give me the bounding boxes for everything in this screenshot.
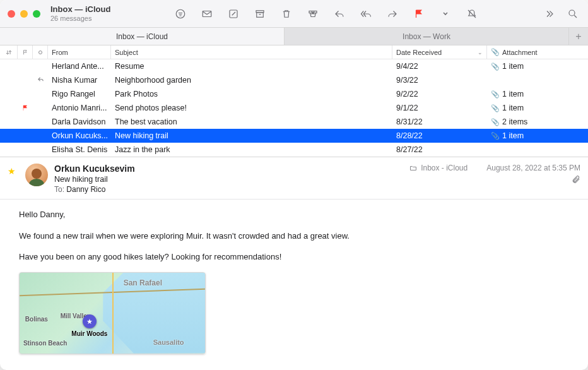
sort-column[interactable] bbox=[0, 45, 18, 59]
detail-attachment-icon[interactable] bbox=[572, 175, 580, 186]
tab-inbox-work[interactable]: Inbox — Work bbox=[285, 28, 569, 45]
mute-button[interactable] bbox=[464, 6, 479, 21]
tab-inbox-icloud[interactable]: Inbox — iCloud bbox=[0, 28, 285, 45]
window-close-button[interactable] bbox=[8, 10, 15, 18]
filter-button[interactable] bbox=[173, 6, 188, 21]
window-zoom-button[interactable] bbox=[33, 10, 40, 18]
message-row[interactable]: Elisha St. Denis Jazz in the park 8/27/2… bbox=[0, 143, 588, 157]
detail-recipient[interactable]: Danny Rico bbox=[66, 185, 105, 194]
message-row[interactable]: Darla Davidson The best vacation 8/31/22… bbox=[0, 115, 588, 129]
map-label-stinson: Stinson Beach bbox=[23, 338, 67, 348]
body-paragraph: Have you been on any good hikes lately? … bbox=[19, 251, 569, 263]
junk-button[interactable] bbox=[305, 6, 320, 21]
paperclip-icon: 📎 bbox=[491, 48, 500, 56]
detail-meta: Inbox - iCloud August 28, 2022 at 5:35 P… bbox=[409, 164, 580, 186]
tab-add-button[interactable]: + bbox=[569, 28, 588, 45]
column-header: From Subject Date Received⌄ 📎Attachment bbox=[0, 45, 588, 59]
traffic-lights bbox=[8, 10, 40, 18]
attachment-column[interactable]: 📎Attachment bbox=[487, 45, 588, 59]
message-row[interactable]: Herland Ante... Resume 9/4/22 📎1 item bbox=[0, 59, 588, 73]
message-body: Hello Danny, We found a new trail when w… bbox=[0, 200, 588, 370]
map-label-bolinas: Bolinas bbox=[25, 314, 48, 324]
map-attachment[interactable]: San Rafael Sausalito Bolinas Stinson Bea… bbox=[19, 272, 206, 354]
svg-rect-4 bbox=[256, 12, 263, 17]
toolbar-right bbox=[541, 6, 580, 21]
mail-window: Inbox — iCloud 26 messages Inbox — iClou… bbox=[0, 0, 588, 370]
message-row[interactable]: Rigo Rangel Park Photos 9/2/22 📎1 item bbox=[0, 87, 588, 101]
search-button[interactable] bbox=[565, 6, 580, 21]
body-paragraph: Hello Danny, bbox=[19, 208, 569, 221]
compose-button[interactable] bbox=[226, 6, 241, 21]
tab-label: Inbox — Work bbox=[403, 32, 450, 41]
body-paragraph: We found a new trail when we were explor… bbox=[19, 230, 569, 242]
detail-datetime: August 28, 2022 at 5:35 PM bbox=[486, 164, 580, 172]
map-label-san-rafael: San Rafael bbox=[124, 277, 162, 289]
status-column[interactable] bbox=[33, 45, 48, 59]
folder-icon bbox=[409, 164, 417, 172]
message-row[interactable]: Antonio Manri... Send photos please! 9/1… bbox=[0, 101, 588, 115]
map-label-muir-woods: Muir Woods bbox=[71, 329, 107, 338]
from-column[interactable]: From bbox=[48, 45, 111, 59]
flag-menu-chevron[interactable] bbox=[438, 6, 453, 21]
paperclip-icon: 📎 bbox=[491, 132, 500, 140]
archive-button[interactable] bbox=[252, 6, 268, 21]
delete-button[interactable] bbox=[279, 6, 294, 21]
get-mail-button[interactable] bbox=[199, 6, 215, 21]
flag-icon bbox=[21, 104, 29, 112]
reply-button[interactable] bbox=[332, 6, 347, 21]
tab-label: Inbox — iCloud bbox=[116, 32, 168, 41]
detail-folder[interactable]: Inbox - iCloud August 28, 2022 at 5:35 P… bbox=[409, 164, 580, 172]
forward-button[interactable] bbox=[385, 6, 400, 21]
paperclip-icon: 📎 bbox=[491, 104, 500, 112]
message-row[interactable]: Nisha Kumar Neighborhood garden 9/3/22 bbox=[0, 73, 588, 87]
paperclip-icon: 📎 bbox=[491, 63, 500, 71]
map-pin-icon bbox=[83, 314, 97, 328]
vip-star-icon[interactable]: ★ bbox=[8, 166, 19, 194]
paperclip-icon: 📎 bbox=[491, 118, 500, 126]
paperclip-icon: 📎 bbox=[491, 90, 500, 98]
detail-to: To: Danny Rico bbox=[54, 185, 580, 194]
svg-point-6 bbox=[569, 10, 575, 16]
reply-all-button[interactable] bbox=[358, 6, 373, 21]
toolbar-overflow-button[interactable] bbox=[541, 6, 556, 21]
map-label-sausalito: Sausalito bbox=[153, 337, 184, 348]
message-list: Herland Ante... Resume 9/4/22 📎1 item Ni… bbox=[0, 59, 588, 157]
window-title: Inbox — iCloud 26 messages bbox=[50, 5, 110, 23]
sender-avatar[interactable] bbox=[25, 164, 48, 186]
replied-icon bbox=[37, 76, 44, 85]
window-subtitle: 26 messages bbox=[50, 15, 110, 23]
message-detail-header: ★ Orkun Kucuksevim New hiking trail To: … bbox=[0, 157, 588, 200]
svg-point-0 bbox=[176, 9, 185, 18]
svg-rect-1 bbox=[203, 11, 211, 16]
mailbox-tabbar: Inbox — iCloud Inbox — Work + bbox=[0, 28, 588, 45]
window-minimize-button[interactable] bbox=[20, 10, 28, 18]
toolbar bbox=[173, 6, 479, 21]
window-title-text: Inbox — iCloud bbox=[50, 5, 110, 15]
message-row-selected[interactable]: Orkun Kucuks... New hiking trail 8/28/22… bbox=[0, 129, 588, 143]
date-column[interactable]: Date Received⌄ bbox=[392, 45, 487, 59]
titlebar: Inbox — iCloud 26 messages bbox=[0, 0, 588, 28]
subject-column[interactable]: Subject bbox=[111, 45, 392, 59]
flag-button[interactable] bbox=[411, 6, 426, 21]
flag-column[interactable] bbox=[18, 45, 33, 59]
